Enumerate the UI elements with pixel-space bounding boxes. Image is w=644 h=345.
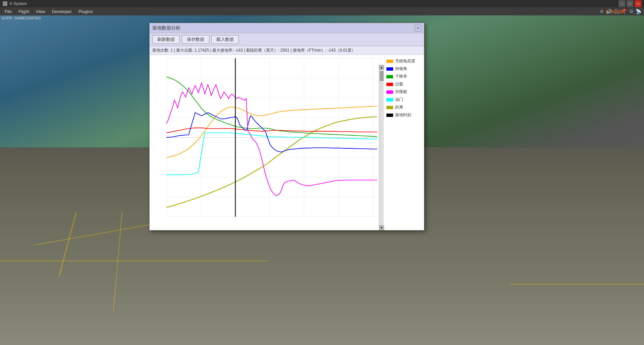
legend-color-throttle — [386, 98, 393, 101]
chart-legend: 无线电高度 仰俯角 下降率 过载 升降舵 油门 — [384, 55, 424, 230]
dialog-title: 落地数据分析 — [152, 25, 180, 31]
app-title: X-System — [9, 1, 27, 6]
menu-view[interactable]: View — [33, 8, 49, 15]
legend-label-descent-rate: 下降率 — [395, 74, 407, 79]
legend-color-gforce — [386, 83, 393, 86]
user-label: SOPIF: GAMECRATIE0 — [1, 16, 41, 20]
chart-area: -100 -75 -50 -25 0 25 50 75 100 0 5 10 1… — [150, 55, 384, 230]
vertical-scrollbar[interactable]: ▲ ▼ — [379, 65, 384, 230]
app-close-button[interactable]: ✕ — [635, 0, 641, 7]
legend-color-pitch — [386, 67, 393, 71]
legend-item-radio-altitude: 无线电高度 — [386, 58, 421, 64]
legend-label-touchdown: 接地时刻 — [395, 112, 411, 118]
scroll-thumb[interactable] — [380, 71, 384, 81]
legend-color-touchdown — [386, 114, 393, 117]
legend-color-elevator — [386, 90, 393, 94]
legend-label-gforce: 过载 — [395, 81, 403, 87]
menu-plugins[interactable]: Plugins — [75, 8, 96, 15]
menu-developer[interactable]: Developer — [49, 8, 75, 15]
dialog-toolbar: 刷新数据 保存数据 载入数据 — [150, 33, 424, 46]
legend-item-gforce: 过载 — [386, 81, 421, 87]
load-button[interactable]: 载入数据 — [211, 35, 239, 44]
save-button[interactable]: 保存数据 — [182, 35, 209, 44]
settings-icon: ⚙ — [629, 9, 634, 14]
legend-label-pitch: 仰俯角 — [395, 66, 407, 72]
legend-label-throttle: 油门 — [395, 97, 403, 102]
maximize-button[interactable]: □ — [627, 0, 633, 7]
legend-label-elevator: 升降舵 — [395, 89, 407, 95]
headset-icon: 🎧 — [614, 9, 620, 14]
pause-icon: ⏸ — [599, 9, 604, 14]
dialog-close-button[interactable]: × — [415, 25, 421, 31]
titlebar: X-System ─ □ ✕ — [0, 0, 644, 7]
titlebar-left: X-System — [3, 1, 27, 6]
chart-svg: -100 -75 -50 -25 0 25 50 75 100 0 5 10 1… — [166, 58, 380, 217]
legend-color-distance — [386, 106, 393, 109]
legend-color-radio-altitude — [386, 60, 393, 63]
legend-label-distance: 距离 — [395, 105, 403, 110]
menubar: File Flight View Developer Plugins PAUSE… — [0, 7, 644, 15]
legend-item-touchdown: 接地时刻 — [386, 112, 421, 118]
network-icon: 📡 — [636, 9, 641, 14]
stats-bar: 落地次数: 1 | 最大过载: 1.17425 | 最大接地率: -143 | … — [150, 46, 424, 55]
titlebar-controls: ─ □ ✕ — [619, 0, 641, 7]
landing-data-dialog: 落地数据分析 × 刷新数据 保存数据 载入数据 落地次数: 1 | 最大过载: … — [149, 23, 424, 230]
minimize-button[interactable]: ─ — [619, 0, 625, 7]
menu-file[interactable]: File — [1, 8, 15, 15]
app-icon — [3, 1, 7, 6]
refresh-button[interactable]: 刷新数据 — [152, 35, 180, 44]
legend-item-pitch: 仰俯角 — [386, 66, 421, 72]
menu-flight[interactable]: Flight — [15, 8, 33, 15]
legend-item-throttle: 油门 — [386, 97, 421, 102]
dialog-titlebar: 落地数据分析 × — [150, 23, 424, 33]
status-icons: ⏸ 🔊 🎧 📍 ⚙ 📡 — [599, 9, 641, 14]
legend-item-distance: 距离 — [386, 105, 421, 110]
legend-label-radio-altitude: 无线电高度 — [395, 58, 415, 64]
scroll-up-arrow[interactable]: ▲ — [379, 65, 384, 70]
chart-content: -100 -75 -50 -25 0 25 50 75 100 0 5 10 1… — [150, 55, 424, 230]
location-icon: 📍 — [622, 9, 627, 14]
sound-icon: 🔊 — [606, 9, 612, 14]
scroll-down-arrow[interactable]: ▼ — [379, 225, 384, 230]
legend-item-descent-rate: 下降率 — [386, 74, 421, 79]
user-info: SOPIF: GAMECRATIE0 — [1, 16, 41, 20]
legend-color-descent-rate — [386, 75, 393, 78]
legend-item-elevator: 升降舵 — [386, 89, 421, 95]
